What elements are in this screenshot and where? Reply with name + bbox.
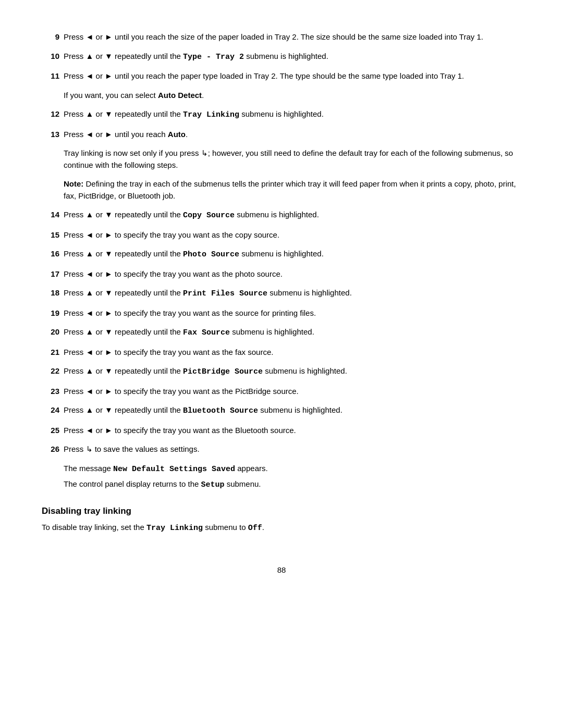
note-block: Note: Defining the tray in each of the s… xyxy=(64,178,521,202)
arrow-down-icon: ▼ xyxy=(105,210,113,219)
step-17-content: Press ◄ or ► to specify the tray you wan… xyxy=(64,268,521,280)
step-9-content: Press ◄ or ► until you reach the size of… xyxy=(64,31,521,43)
step-20-number: 20 xyxy=(42,326,64,339)
step-18: 18 Press ▲ or ▼ repeatedly until the Pri… xyxy=(42,287,521,300)
message-saved: The message New Default Settings Saved a… xyxy=(64,463,521,476)
arrow-right-icon: ► xyxy=(105,230,113,239)
step-13-content: Press ◄ or ► until you reach Auto. xyxy=(64,129,521,141)
message-returns: The control panel display returns to the… xyxy=(64,478,521,491)
arrow-down-icon: ▼ xyxy=(105,366,113,375)
step-22-content: Press ▲ or ▼ repeatedly until the PictBr… xyxy=(64,365,521,378)
arrow-left-icon: ◄ xyxy=(86,348,94,356)
arrow-right-icon: ► xyxy=(105,32,113,41)
arrow-left-icon: ◄ xyxy=(86,387,94,396)
step-23: 23 Press ◄ or ► to specify the tray you … xyxy=(42,386,521,398)
page-number: 88 xyxy=(42,565,521,574)
arrow-right-icon: ► xyxy=(105,269,113,278)
arrow-down-icon: ▼ xyxy=(105,249,113,258)
arrow-up-icon: ▲ xyxy=(86,249,94,258)
auto-detect-note: If you want, you can select Auto Detect. xyxy=(64,90,521,102)
step-12-number: 12 xyxy=(42,108,64,121)
step-16: 16 Press ▲ or ▼ repeatedly until the Pho… xyxy=(42,248,521,261)
step-12-content: Press ▲ or ▼ repeatedly until the Tray L… xyxy=(64,108,521,121)
step-25-number: 25 xyxy=(42,425,64,437)
arrow-up-icon: ▲ xyxy=(86,109,94,118)
step-11-number: 11 xyxy=(42,70,64,82)
arrow-left-icon: ◄ xyxy=(86,130,94,139)
step-24-content: Press ▲ or ▼ repeatedly until the Blueto… xyxy=(64,404,521,417)
step-19-content: Press ◄ or ► to specify the tray you wan… xyxy=(64,307,521,319)
arrow-right-icon: ► xyxy=(105,426,113,435)
step-24: 24 Press ▲ or ▼ repeatedly until the Blu… xyxy=(42,404,521,417)
step-19: 19 Press ◄ or ► to specify the tray you … xyxy=(42,307,521,319)
step-26-number: 26 xyxy=(42,443,64,455)
tray-linking-note: Tray linking is now set only if you pres… xyxy=(64,147,521,171)
step-26-content: Press ↳ to save the values as settings. xyxy=(64,443,521,455)
arrow-right-icon: ► xyxy=(105,348,113,356)
step-17-number: 17 xyxy=(42,268,64,280)
step-22: 22 Press ▲ or ▼ repeatedly until the Pic… xyxy=(42,365,521,378)
arrow-up-icon: ▲ xyxy=(86,405,94,414)
step-9: 9 Press ◄ or ► until you reach the size … xyxy=(42,31,521,43)
arrow-right-icon: ► xyxy=(105,130,113,139)
step-25-content: Press ◄ or ► to specify the tray you wan… xyxy=(64,425,521,437)
after-26-messages: The message New Default Settings Saved a… xyxy=(64,463,521,491)
step-10: 10 Press ▲ or ▼ repeatedly until the Typ… xyxy=(42,51,521,64)
step-9-number: 9 xyxy=(42,31,64,43)
step-21-number: 21 xyxy=(42,347,64,359)
arrow-down-icon: ▼ xyxy=(105,52,113,60)
step-15: 15 Press ◄ or ► to specify the tray you … xyxy=(42,229,521,241)
section-heading-disabling: Disabling tray linking xyxy=(42,506,521,516)
step-14-content: Press ▲ or ▼ repeatedly until the Copy S… xyxy=(64,209,521,222)
step-11: 11 Press ◄ or ► until you reach the pape… xyxy=(42,70,521,82)
step-11-content: Press ◄ or ► until you reach the paper t… xyxy=(64,70,521,82)
arrow-down-icon: ▼ xyxy=(105,109,113,118)
arrow-left-icon: ◄ xyxy=(86,426,94,435)
step-17: 17 Press ◄ or ► to specify the tray you … xyxy=(42,268,521,280)
arrow-up-icon: ▲ xyxy=(86,288,94,297)
arrow-up-icon: ▲ xyxy=(86,52,94,60)
step-23-number: 23 xyxy=(42,386,64,398)
arrow-up-icon: ▲ xyxy=(86,366,94,375)
step-18-number: 18 xyxy=(42,287,64,300)
step-20-content: Press ▲ or ▼ repeatedly until the Fax So… xyxy=(64,326,521,339)
back-arrow-icon: ↳ xyxy=(201,149,208,157)
arrow-left-icon: ◄ xyxy=(86,71,94,80)
step-20: 20 Press ▲ or ▼ repeatedly until the Fax… xyxy=(42,326,521,339)
step-10-content: Press ▲ or ▼ repeatedly until the Type -… xyxy=(64,51,521,64)
step-24-number: 24 xyxy=(42,404,64,417)
section-disabling-text: To disable tray linking, set the Tray Li… xyxy=(42,522,521,535)
step-26: 26 Press ↳ to save the values as setting… xyxy=(42,443,521,455)
step-13-number: 13 xyxy=(42,129,64,141)
arrow-down-icon: ▼ xyxy=(105,288,113,297)
step-15-content: Press ◄ or ► to specify the tray you wan… xyxy=(64,229,521,241)
arrow-up-icon: ▲ xyxy=(86,327,94,336)
step-21: 21 Press ◄ or ► to specify the tray you … xyxy=(42,347,521,359)
step-16-content: Press ▲ or ▼ repeatedly until the Photo … xyxy=(64,248,521,261)
arrow-left-icon: ◄ xyxy=(86,309,94,317)
arrow-right-icon: ► xyxy=(105,387,113,396)
arrow-up-icon: ▲ xyxy=(86,210,94,219)
step-25: 25 Press ◄ or ► to specify the tray you … xyxy=(42,425,521,437)
step-16-number: 16 xyxy=(42,248,64,261)
arrow-down-icon: ▼ xyxy=(105,405,113,414)
step-14-number: 14 xyxy=(42,209,64,222)
step-13: 13 Press ◄ or ► until you reach Auto. xyxy=(42,129,521,141)
step-21-content: Press ◄ or ► to specify the tray you wan… xyxy=(64,347,521,359)
step-19-number: 19 xyxy=(42,307,64,319)
arrow-right-icon: ► xyxy=(105,309,113,317)
step-10-number: 10 xyxy=(42,51,64,64)
arrow-right-icon: ► xyxy=(105,71,113,80)
arrow-left-icon: ◄ xyxy=(86,32,94,41)
arrow-left-icon: ◄ xyxy=(86,269,94,278)
step-23-content: Press ◄ or ► to specify the tray you wan… xyxy=(64,386,521,398)
arrow-left-icon: ◄ xyxy=(86,230,94,239)
step-15-number: 15 xyxy=(42,229,64,241)
step-12: 12 Press ▲ or ▼ repeatedly until the Tra… xyxy=(42,108,521,121)
back-arrow-icon: ↳ xyxy=(86,445,93,453)
step-22-number: 22 xyxy=(42,365,64,378)
arrow-down-icon: ▼ xyxy=(105,327,113,336)
step-18-content: Press ▲ or ▼ repeatedly until the Print … xyxy=(64,287,521,300)
step-14: 14 Press ▲ or ▼ repeatedly until the Cop… xyxy=(42,209,521,222)
